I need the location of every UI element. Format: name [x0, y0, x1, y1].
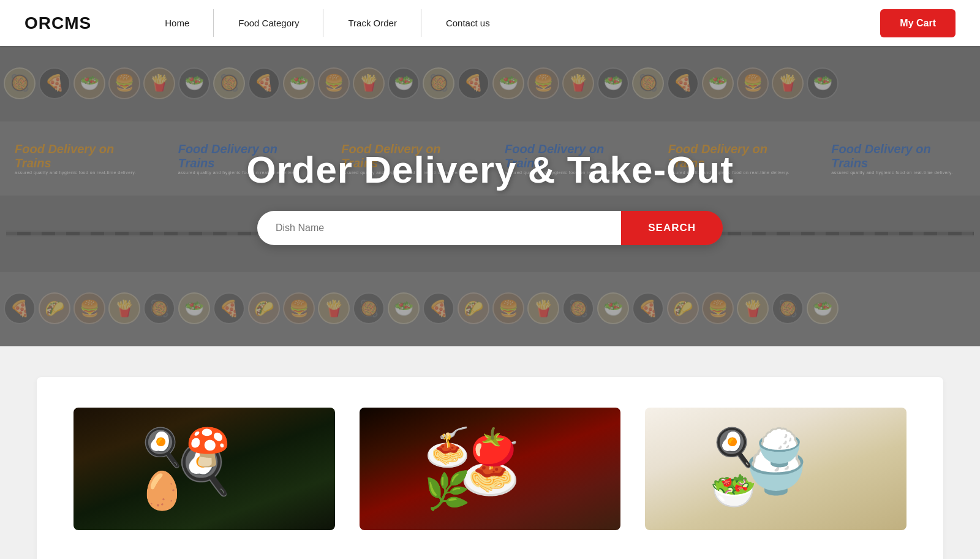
search-bar: SEARCH [257, 211, 723, 245]
nav-track-order[interactable]: Track Order [323, 0, 421, 46]
food-card-image-1: 🍳 [74, 408, 335, 530]
cards-container: 🍳 🍝 🍚 [37, 377, 943, 559]
cart-button[interactable]: My Cart [880, 9, 956, 37]
cards-section: 🍳 🍝 🍚 [0, 346, 980, 559]
food-card-3[interactable]: 🍚 [645, 408, 907, 530]
food-card-image-3: 🍚 [645, 408, 907, 530]
hero-title: Order Delivery & Take-Out [246, 148, 734, 191]
main-nav: Home Food Category Track Order Contact u… [140, 0, 880, 46]
food-card-image-2: 🍝 [360, 408, 621, 530]
nav-home[interactable]: Home [140, 0, 214, 46]
food-card-2[interactable]: 🍝 [360, 408, 621, 530]
logo: ORCMS [24, 13, 91, 33]
search-input[interactable] [257, 211, 621, 245]
cards-grid: 🍳 🍝 🍚 [74, 408, 907, 530]
nav-food-category[interactable]: Food Category [214, 0, 323, 46]
header: ORCMS Home Food Category Track Order Con… [0, 0, 980, 46]
hero-section: 🥘 🍕 🥗 🍔 🍟 🥗 🥘 🍕 🥗 🍔 🍟 🥗 🥘 🍕 🥗 🍔 🍟 🥗 🥘 [0, 46, 980, 346]
nav-contact-us[interactable]: Contact us [421, 0, 514, 46]
hero-content: Order Delivery & Take-Out SEARCH [0, 148, 980, 245]
search-button[interactable]: SEARCH [621, 211, 723, 245]
food-card-1[interactable]: 🍳 [74, 408, 335, 530]
